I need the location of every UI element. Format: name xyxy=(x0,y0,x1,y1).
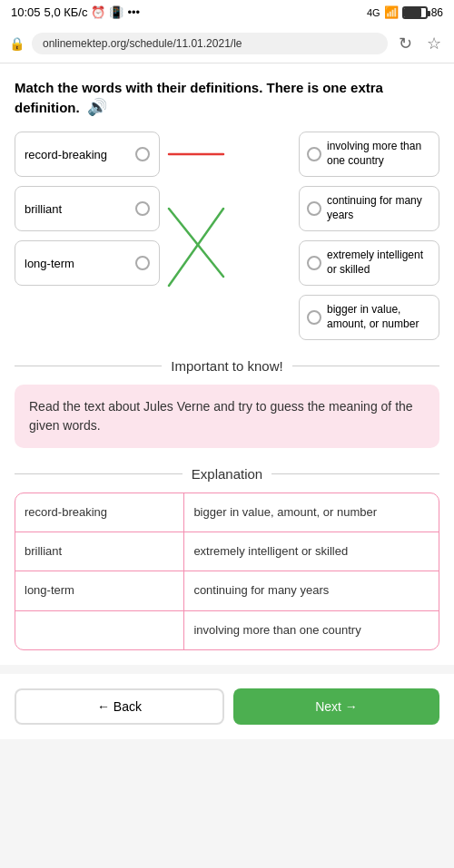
table-cell-def: bigger in value, amount, or number xyxy=(184,493,439,532)
word-circle-brilliant[interactable] xyxy=(135,201,150,216)
info-text: Read the text about Jules Verne and try … xyxy=(29,399,413,433)
lock-icon: 🔒 xyxy=(9,36,25,51)
word-circle-record-breaking[interactable] xyxy=(135,147,150,161)
next-button[interactable]: Next → xyxy=(233,688,439,725)
def-text-2: continuing for many years xyxy=(327,194,431,222)
url-bar[interactable]: onlinemektep.org/schedule/11.01.2021/le xyxy=(32,33,388,54)
definitions-column: involving more than one country continui… xyxy=(299,132,439,340)
word-item-record-breaking[interactable]: record-breaking xyxy=(15,132,160,177)
table-row: long-term continuing for many years xyxy=(15,571,439,610)
word-item-brilliant[interactable]: brilliant xyxy=(15,186,160,231)
table-row: record-breaking bigger in value, amount,… xyxy=(15,493,439,532)
def-circle-1[interactable] xyxy=(307,147,321,161)
table-row-extra: involving more than one country xyxy=(15,611,439,649)
divider-line-right-2 xyxy=(271,473,439,474)
bottom-buttons: ← Back Next → xyxy=(0,674,454,739)
instruction-label: Match the words with their definitions. … xyxy=(15,80,383,115)
browser-bar: 🔒 onlinemektep.org/schedule/11.01.2021/l… xyxy=(0,24,454,63)
table-cell-def: extremely intelligent or skilled xyxy=(184,532,439,571)
status-bar: 10:05 5,0 КБ/с ⏰ 📳 ••• 4G 📶 86 xyxy=(0,0,454,24)
word-label: long-term xyxy=(25,257,74,270)
bookmark-button[interactable]: ☆ xyxy=(423,32,445,55)
clock-icon: ⏰ xyxy=(91,5,105,19)
def-item-2[interactable]: continuing for many years xyxy=(299,186,439,231)
def-text-1: involving more than one country xyxy=(327,140,431,168)
def-circle-4[interactable] xyxy=(307,310,321,325)
table-cell-word: long-term xyxy=(15,571,184,610)
answer-table: record-breaking bigger in value, amount,… xyxy=(15,493,439,650)
network-icon: 4G xyxy=(367,7,380,18)
word-item-long-term[interactable]: long-term xyxy=(15,240,160,286)
main-content: Match the words with their definitions. … xyxy=(0,63,454,665)
def-item-3[interactable]: extremely intelligent or skilled xyxy=(299,240,439,286)
battery-icon xyxy=(402,6,428,19)
more-icon: ••• xyxy=(127,5,140,19)
status-right: 4G 📶 86 xyxy=(367,5,443,19)
table-cell-word: record-breaking xyxy=(15,493,184,532)
explanation-divider: Explanation xyxy=(15,466,439,482)
connection-lines xyxy=(160,132,299,331)
back-button[interactable]: ← Back xyxy=(15,688,224,725)
word-label: record-breaking xyxy=(25,148,107,161)
table-cell-def: continuing for many years xyxy=(184,571,439,610)
lines-area xyxy=(160,132,299,331)
table-cell-def-extra: involving more than one country xyxy=(184,611,439,649)
signal-icon: 📶 xyxy=(384,5,399,19)
word-circle-long-term[interactable] xyxy=(135,256,150,270)
important-divider: Important to know! xyxy=(15,358,439,374)
divider-line-right xyxy=(292,366,439,366)
divider-line-left xyxy=(15,366,162,366)
explanation-label: Explanation xyxy=(192,466,262,482)
def-circle-3[interactable] xyxy=(307,256,321,270)
url-text: onlinemektep.org/schedule/11.01.2021/le xyxy=(43,37,242,50)
refresh-button[interactable]: ↻ xyxy=(395,32,416,55)
def-item-4[interactable]: bigger in value, amount, or number xyxy=(299,295,439,340)
table-cell-word-empty xyxy=(15,611,184,649)
speaker-button[interactable]: 🔊 xyxy=(87,97,107,117)
status-data: 5,0 КБ/с xyxy=(44,5,88,19)
word-label: brilliant xyxy=(25,202,62,216)
notification-icon: 📳 xyxy=(109,5,123,19)
def-item-1[interactable]: involving more than one country xyxy=(299,132,439,177)
def-circle-2[interactable] xyxy=(307,201,321,216)
table-row: brilliant extremely intelligent or skill… xyxy=(15,532,439,571)
battery-level: 86 xyxy=(431,6,443,19)
info-box: Read the text about Jules Verne and try … xyxy=(15,385,439,448)
instruction-text: Match the words with their definitions. … xyxy=(15,78,439,117)
words-column: record-breaking brilliant long-term xyxy=(15,132,160,286)
divider-line-left-2 xyxy=(15,473,183,474)
status-time: 10:05 xyxy=(11,5,41,19)
matching-exercise: record-breaking brilliant long-term xyxy=(15,132,439,340)
important-label: Important to know! xyxy=(171,358,282,374)
table-cell-word: brilliant xyxy=(15,532,184,571)
def-text-3: extremely intelligent or skilled xyxy=(327,249,431,277)
status-left: 10:05 5,0 КБ/с ⏰ 📳 ••• xyxy=(11,5,140,19)
def-text-4: bigger in value, amount, or number xyxy=(327,303,431,331)
